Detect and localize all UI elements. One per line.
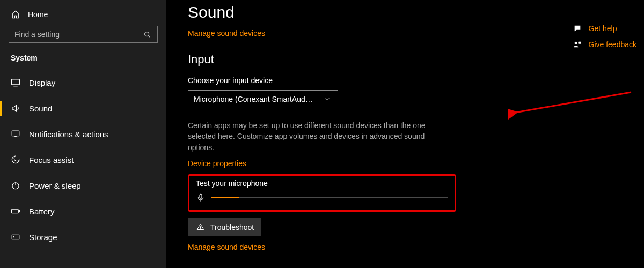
- sidebar-item-notifications[interactable]: Notifications & actions: [0, 121, 166, 147]
- home-icon: [11, 10, 20, 19]
- selected-device: Microphone (Conexant SmartAud…: [194, 95, 313, 103]
- sidebar-item-sound[interactable]: Sound: [0, 95, 166, 121]
- svg-point-10: [13, 236, 14, 237]
- display-icon: [11, 78, 20, 87]
- svg-point-15: [574, 42, 577, 44]
- get-help-link[interactable]: Get help: [573, 24, 637, 33]
- annotation-arrow: [508, 89, 636, 121]
- svg-rect-2: [12, 79, 20, 85]
- home-label: Home: [28, 10, 48, 19]
- focus-assist-icon: [11, 155, 20, 165]
- right-links: Get help Give feedback: [573, 24, 637, 56]
- sidebar-item-label: Power & sleep: [29, 181, 81, 190]
- apps-description: Certain apps may be set up to use differ…: [188, 120, 429, 153]
- give-feedback-label: Give feedback: [589, 40, 637, 49]
- search-icon: [142, 29, 152, 39]
- mic-level-bar: [211, 197, 448, 198]
- page-title: Sound: [188, 3, 623, 21]
- svg-rect-7: [12, 209, 19, 213]
- sound-icon: [11, 103, 20, 113]
- search-input[interactable]: Find a setting: [9, 26, 158, 43]
- notifications-icon: [11, 129, 20, 139]
- manage-sound-devices-link[interactable]: Manage sound devices: [188, 29, 265, 38]
- svg-line-17: [515, 92, 631, 113]
- sidebar: Home Find a setting System Display Sound…: [0, 0, 166, 268]
- input-device-select[interactable]: Microphone (Conexant SmartAud…: [188, 90, 338, 108]
- svg-rect-4: [12, 131, 19, 136]
- sidebar-item-label: Sound: [29, 104, 52, 113]
- svg-rect-8: [19, 211, 20, 212]
- breadcrumb: System: [0, 50, 166, 70]
- sidebar-item-label: Storage: [29, 233, 57, 242]
- storage-icon: [11, 232, 20, 242]
- power-icon: [11, 181, 20, 190]
- highlight-box: Test your microphone: [188, 174, 456, 212]
- sidebar-item-display[interactable]: Display: [0, 70, 166, 95]
- choose-input-label: Choose your input device: [188, 76, 623, 85]
- mic-level-row: [196, 193, 448, 203]
- svg-rect-16: [578, 42, 581, 44]
- sidebar-item-power-sleep[interactable]: Power & sleep: [0, 173, 166, 198]
- svg-point-14: [200, 229, 201, 229]
- sidebar-item-storage[interactable]: Storage: [0, 224, 166, 250]
- manage-sound-devices-link-2[interactable]: Manage sound devices: [188, 243, 265, 251]
- section-input: Input: [188, 53, 623, 66]
- svg-point-0: [144, 32, 149, 36]
- sidebar-item-battery[interactable]: Battery: [0, 198, 166, 224]
- svg-line-1: [148, 35, 150, 37]
- sidebar-item-label: Battery: [29, 207, 55, 216]
- sidebar-item-focus-assist[interactable]: Focus assist: [0, 147, 166, 173]
- battery-icon: [11, 206, 20, 216]
- sidebar-item-label: Focus assist: [29, 155, 74, 165]
- search-placeholder: Find a setting: [14, 30, 60, 39]
- get-help-label: Get help: [589, 24, 617, 33]
- give-feedback-link[interactable]: Give feedback: [573, 40, 637, 49]
- troubleshoot-button[interactable]: Troubleshoot: [188, 218, 261, 236]
- troubleshoot-label: Troubleshoot: [210, 223, 254, 232]
- test-mic-label: Test your microphone: [196, 179, 448, 188]
- feedback-icon: [573, 40, 582, 49]
- help-icon: [573, 24, 582, 33]
- device-properties-link[interactable]: Device properties: [188, 159, 246, 168]
- main-content: Sound Manage sound devices Input Choose …: [166, 0, 644, 268]
- chevron-down-icon: [323, 94, 332, 104]
- sidebar-item-label: Notifications & actions: [29, 130, 108, 139]
- microphone-icon: [196, 193, 206, 203]
- warning-icon: [195, 222, 205, 232]
- svg-rect-11: [200, 194, 202, 198]
- sidebar-item-label: Display: [29, 78, 55, 87]
- home-nav[interactable]: Home: [0, 6, 166, 26]
